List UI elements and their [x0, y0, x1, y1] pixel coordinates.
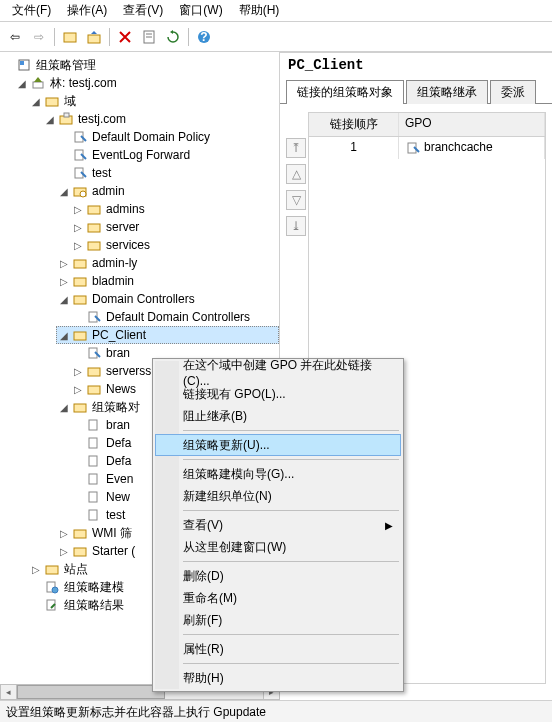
tab-inheritance[interactable]: 组策略继承: [406, 80, 488, 104]
refresh-icon: [166, 30, 180, 44]
tree-item[interactable]: ▷Default Domain Policy: [56, 128, 279, 146]
menu-window[interactable]: 窗口(W): [171, 0, 230, 21]
twisty-expanded[interactable]: ◢: [16, 77, 28, 89]
tree-item[interactable]: ▷Default Domain Controllers: [70, 308, 279, 326]
tab-delegation[interactable]: 委派: [490, 80, 536, 104]
twisty-collapsed[interactable]: ▷: [58, 257, 70, 269]
menu-file[interactable]: 文件(F): [4, 0, 59, 21]
twisty-expanded[interactable]: ◢: [58, 401, 70, 413]
container-icon: [72, 543, 88, 559]
twisty-expanded[interactable]: ◢: [58, 293, 70, 305]
move-bottom-button[interactable]: ⤓: [286, 216, 306, 236]
delete-button[interactable]: [114, 26, 136, 48]
tree-item[interactable]: ▷admins: [70, 200, 279, 218]
ou-icon: [72, 255, 88, 271]
svg-rect-38: [46, 566, 58, 574]
twisty-collapsed[interactable]: ▷: [72, 239, 84, 251]
properties-button[interactable]: [138, 26, 160, 48]
tree-item[interactable]: ▷EventLog Forward: [56, 146, 279, 164]
menu-view[interactable]: 查看(V): [115, 0, 171, 21]
ou-icon: [72, 273, 88, 289]
separator: [188, 28, 189, 46]
col-link-order[interactable]: 链接顺序: [309, 113, 399, 136]
menu-help[interactable]: 帮助(H): [231, 0, 288, 21]
ctx-refresh[interactable]: 刷新(F): [155, 609, 401, 631]
gpo-icon: [86, 489, 102, 505]
twisty-collapsed[interactable]: ▷: [72, 383, 84, 395]
ctx-delete[interactable]: 删除(D): [155, 565, 401, 587]
svg-rect-19: [88, 224, 100, 232]
gpmc-icon: [16, 57, 32, 73]
tree-item[interactable]: ▷bladmin: [56, 272, 279, 290]
twisty-collapsed[interactable]: ▷: [72, 221, 84, 233]
ctx-link-existing[interactable]: 链接现有 GPO(L)...: [155, 383, 401, 405]
gpo-link-icon: [86, 345, 102, 361]
tree-forest[interactable]: ◢ 林: testj.com: [14, 74, 279, 92]
svg-rect-29: [74, 404, 86, 412]
twisty-expanded[interactable]: ◢: [58, 185, 70, 197]
tree-ou-pc-client[interactable]: ◢PC_Client: [56, 326, 279, 344]
show-button[interactable]: [59, 26, 81, 48]
scroll-thumb[interactable]: [17, 685, 165, 699]
ctx-gp-update[interactable]: 组策略更新(U)...: [155, 434, 401, 456]
ou-icon: [72, 327, 88, 343]
tree-item[interactable]: ▷services: [70, 236, 279, 254]
menu-action[interactable]: 操作(A): [59, 0, 115, 21]
svg-rect-23: [74, 296, 86, 304]
twisty-collapsed[interactable]: ▷: [58, 545, 70, 557]
separator: [109, 28, 110, 46]
back-button[interactable]: ⇦: [4, 26, 26, 48]
svg-rect-21: [74, 260, 86, 268]
ctx-gp-modeling-wizard[interactable]: 组策略建模向导(G)...: [155, 463, 401, 485]
ctx-new-ou[interactable]: 新建组织单位(N): [155, 485, 401, 507]
down-icon: ▽: [292, 193, 301, 207]
ctx-block-inherit[interactable]: 阻止继承(B): [155, 405, 401, 427]
move-down-button[interactable]: ▽: [286, 190, 306, 210]
up-button[interactable]: [83, 26, 105, 48]
tree-root[interactable]: ▷ 组策略管理: [0, 56, 279, 74]
svg-rect-22: [74, 278, 86, 286]
tab-linked-gpo[interactable]: 链接的组策略对象: [286, 80, 404, 104]
tree-item[interactable]: ▷server: [70, 218, 279, 236]
twisty-collapsed[interactable]: ▷: [58, 527, 70, 539]
move-up-button[interactable]: △: [286, 164, 306, 184]
svg-rect-0: [64, 33, 76, 42]
twisty-collapsed[interactable]: ▷: [72, 203, 84, 215]
tree-domains[interactable]: ◢ 域: [28, 92, 279, 110]
submenu-arrow-icon: ▶: [385, 520, 393, 531]
help-button[interactable]: ?: [193, 26, 215, 48]
tree-ou-admin[interactable]: ◢admin: [56, 182, 279, 200]
col-gpo[interactable]: GPO: [399, 113, 545, 136]
twisty-collapsed[interactable]: ▷: [58, 275, 70, 287]
twisty-expanded[interactable]: ◢: [44, 113, 56, 125]
tree-domain[interactable]: ◢ testj.com: [42, 110, 279, 128]
ctx-help[interactable]: 帮助(H): [155, 667, 401, 689]
folder-up-icon: [87, 30, 101, 44]
domains-icon: [44, 93, 60, 109]
ou-icon: [72, 291, 88, 307]
scroll-left-button[interactable]: ◂: [1, 685, 17, 699]
ctx-new-window[interactable]: 从这里创建窗口(W): [155, 536, 401, 558]
ou-icon: [86, 201, 102, 217]
svg-rect-33: [89, 474, 97, 484]
move-top-button[interactable]: ⤒: [286, 138, 306, 158]
svg-rect-36: [74, 530, 86, 538]
tree-item[interactable]: ▷admin-ly: [56, 254, 279, 272]
ctx-rename[interactable]: 重命名(M): [155, 587, 401, 609]
svg-rect-10: [46, 98, 58, 106]
ctx-properties[interactable]: 属性(R): [155, 638, 401, 660]
tree-item[interactable]: ▷test: [56, 164, 279, 182]
container-icon: [72, 399, 88, 415]
twisty-expanded[interactable]: ◢: [30, 95, 42, 107]
ctx-create-gpo[interactable]: 在这个域中创建 GPO 并在此处链接(C)...: [155, 361, 401, 383]
twisty-collapsed[interactable]: ▷: [30, 563, 42, 575]
tree-ou-dc[interactable]: ◢Domain Controllers: [56, 290, 279, 308]
ctx-view[interactable]: 查看(V)▶: [155, 514, 401, 536]
refresh-button[interactable]: [162, 26, 184, 48]
delete-x-icon: [118, 30, 132, 44]
svg-rect-12: [64, 113, 69, 117]
twisty-expanded[interactable]: ◢: [58, 329, 70, 341]
forward-button[interactable]: ⇨: [28, 26, 50, 48]
grid-row[interactable]: 1 branchcache: [309, 137, 545, 159]
twisty-collapsed[interactable]: ▷: [72, 365, 84, 377]
